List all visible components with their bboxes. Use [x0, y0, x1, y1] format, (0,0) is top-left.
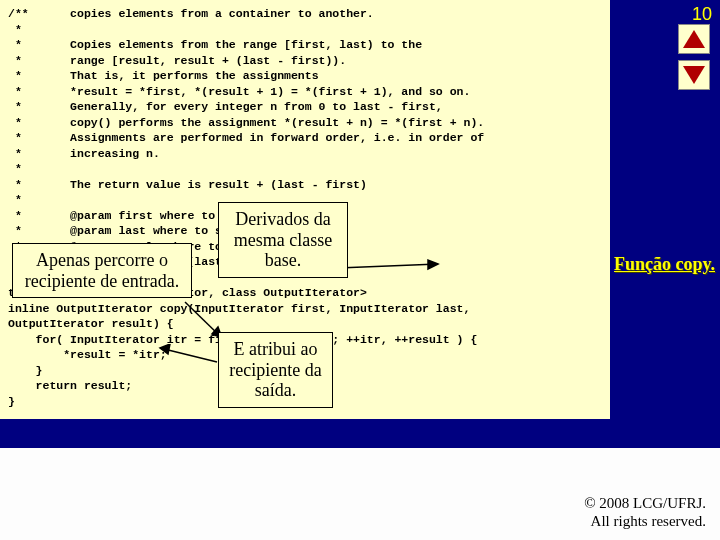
triangle-up-icon — [683, 30, 705, 48]
callout-output-container: E atribui ao recipiente da saída. — [218, 332, 333, 408]
footer: © 2008 LCG/UFRJ. All rights reserved. — [584, 494, 706, 530]
nav-next-button[interactable] — [678, 60, 710, 90]
nav-prev-button[interactable] — [678, 24, 710, 54]
nav-controls — [678, 24, 710, 90]
svg-marker-5 — [160, 344, 170, 354]
callout-input-container: Apenas percorre o recipiente de entrada. — [12, 243, 192, 298]
svg-marker-3 — [428, 260, 438, 269]
footer-copyright: © 2008 LCG/UFRJ. — [584, 494, 706, 512]
footer-rights: All rights reserved. — [584, 512, 706, 530]
triangle-down-icon — [683, 66, 705, 84]
svg-line-2 — [338, 264, 438, 268]
slide-number: 10 — [692, 4, 712, 25]
side-label: Função copy. — [612, 254, 717, 275]
callout-base-class: Derivados da mesma classe base. — [218, 202, 348, 278]
